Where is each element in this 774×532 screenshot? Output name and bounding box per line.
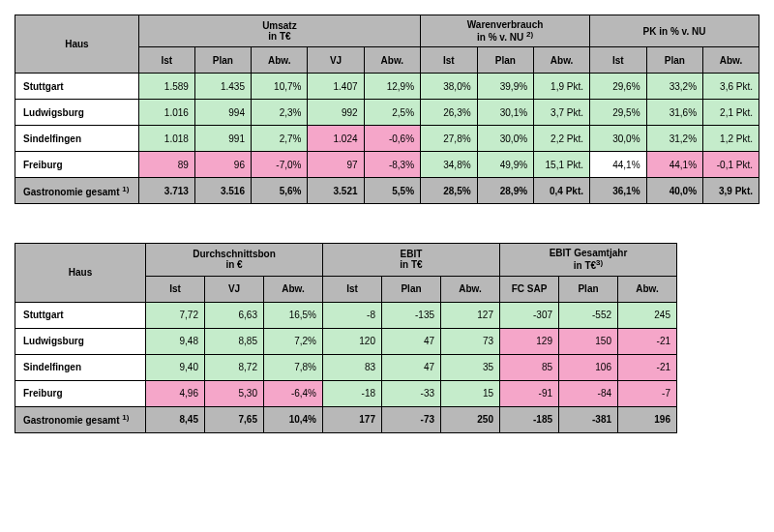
cell: 31,2%	[646, 126, 703, 152]
cell: 28,9%	[477, 178, 534, 204]
cell: 44,1%	[646, 152, 703, 178]
cell: 5,5%	[364, 178, 421, 204]
cell: 35	[441, 354, 500, 380]
cell: -7	[618, 380, 677, 406]
cell: -8	[323, 302, 382, 328]
cell: 2,1 Pkt.	[703, 100, 759, 126]
row-name: Sindelfingen	[15, 354, 146, 380]
cell: 196	[618, 406, 677, 432]
cell: 30,0%	[477, 126, 534, 152]
cell: 9,40	[146, 354, 205, 380]
cell: -21	[618, 354, 677, 380]
colgroup-dbon: Durchschnittsbonin €	[146, 244, 323, 276]
colgroup-ebit-gesamtjahr: EBIT Gesamtjahrin T€3)	[500, 244, 677, 276]
table-total-row: Gastronomie gesamt 1)8,457,6510,4%177-73…	[15, 406, 677, 432]
cell: -73	[382, 406, 441, 432]
cell: 40,0%	[646, 178, 703, 204]
cell: 3,7 Pkt.	[534, 100, 590, 126]
cell: 7,65	[205, 406, 264, 432]
cell: -381	[559, 406, 618, 432]
cell: 1.589	[138, 74, 194, 100]
row-name: Gastronomie gesamt 1)	[15, 178, 139, 204]
row-name: Stuttgart	[15, 74, 139, 100]
cell: 33,2%	[646, 74, 703, 100]
cell: -91	[500, 380, 559, 406]
cell: 1.024	[308, 126, 364, 152]
cell: 12,9%	[364, 74, 421, 100]
cell: 7,2%	[264, 328, 323, 354]
cell: 8,85	[205, 328, 264, 354]
table-total-row: Gastronomie gesamt 1)3.7133.5165,6%3.521…	[15, 178, 759, 204]
cell: -21	[618, 328, 677, 354]
cell: 29,6%	[590, 74, 647, 100]
colgroup-warenverbrauch: Warenverbrauchin % v. NU 2)	[421, 15, 590, 47]
row-name: Freiburg	[15, 152, 139, 178]
row-name: Ludwigsburg	[15, 100, 139, 126]
cell: 85	[500, 354, 559, 380]
table-row: Sindelfingen1.0189912,7%1.024-0,6%27,8%3…	[15, 126, 759, 152]
colgroup-pk: PK in % v. NU	[590, 15, 759, 47]
cell: 5,6%	[251, 178, 308, 204]
cell: 250	[441, 406, 500, 432]
col-haus: Haus	[15, 244, 146, 302]
cell: -6,4%	[264, 380, 323, 406]
cell: 47	[382, 328, 441, 354]
table-row: Freiburg8996-7,0%97-8,3%34,8%49,9%15,1 P…	[15, 152, 759, 178]
row-name: Freiburg	[15, 380, 146, 406]
cell: 5,30	[205, 380, 264, 406]
cell: 31,6%	[646, 100, 703, 126]
cell: 150	[559, 328, 618, 354]
cell: 47	[382, 354, 441, 380]
cell: 127	[441, 302, 500, 328]
cell: -552	[559, 302, 618, 328]
cell: 1.018	[138, 126, 194, 152]
cell: 49,9%	[477, 152, 534, 178]
cell: 28,5%	[421, 178, 478, 204]
cell: 3.516	[194, 178, 251, 204]
cell: 991	[194, 126, 251, 152]
colgroup-umsatz: Umsatzin T€	[138, 15, 420, 47]
colgroup-ebit: EBITin T€	[323, 244, 500, 276]
cell: 106	[559, 354, 618, 380]
cell: 83	[323, 354, 382, 380]
cell: 992	[308, 100, 364, 126]
cell: 26,3%	[421, 100, 478, 126]
table-gastronomie-1: Haus Umsatzin T€ Warenverbrauchin % v. N…	[15, 15, 759, 204]
cell: 0,4 Pkt.	[534, 178, 590, 204]
cell: 8,72	[205, 354, 264, 380]
cell: 3,6 Pkt.	[703, 74, 759, 100]
cell: -84	[559, 380, 618, 406]
cell: 16,5%	[264, 302, 323, 328]
cell: 10,4%	[264, 406, 323, 432]
cell: -185	[500, 406, 559, 432]
cell: 30,1%	[477, 100, 534, 126]
cell: 1,2 Pkt.	[703, 126, 759, 152]
cell: 2,3%	[251, 100, 308, 126]
cell: 27,8%	[421, 126, 478, 152]
cell: -135	[382, 302, 441, 328]
cell: 2,7%	[251, 126, 308, 152]
col-haus: Haus	[15, 15, 139, 74]
table-gastronomie-2: Haus Durchschnittsbonin € EBITin T€ EBIT…	[15, 243, 677, 432]
cell: 10,7%	[251, 74, 308, 100]
cell: 1.435	[194, 74, 251, 100]
row-name: Ludwigsburg	[15, 328, 146, 354]
cell: 3.521	[308, 178, 364, 204]
cell: 6,63	[205, 302, 264, 328]
cell: 30,0%	[590, 126, 647, 152]
cell: 8,45	[146, 406, 205, 432]
cell: 7,72	[146, 302, 205, 328]
table-row: Sindelfingen9,408,727,8%83473585106-21	[15, 354, 677, 380]
cell: 15	[441, 380, 500, 406]
cell: -7,0%	[251, 152, 308, 178]
cell: -33	[382, 380, 441, 406]
cell: 96	[194, 152, 251, 178]
cell: 34,8%	[421, 152, 478, 178]
cell: 994	[194, 100, 251, 126]
cell: 38,0%	[421, 74, 478, 100]
cell: -8,3%	[364, 152, 421, 178]
cell: 129	[500, 328, 559, 354]
cell: -18	[323, 380, 382, 406]
cell: -0,1 Pkt.	[703, 152, 759, 178]
row-name: Sindelfingen	[15, 126, 139, 152]
